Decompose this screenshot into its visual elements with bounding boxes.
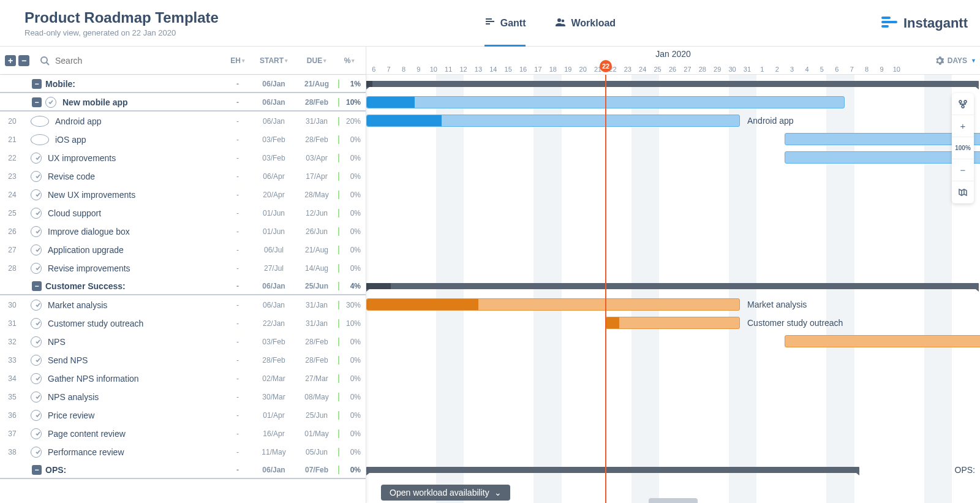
collapse-icon[interactable]: − <box>32 79 42 89</box>
group-bar[interactable] <box>366 467 859 473</box>
group-bar[interactable] <box>366 81 979 87</box>
col-start[interactable]: START▾ <box>252 56 295 65</box>
check-icon[interactable] <box>31 391 42 403</box>
check-icon[interactable] <box>31 189 42 200</box>
task-bar[interactable] <box>366 115 740 127</box>
timeline-day[interactable]: 2 <box>770 66 785 73</box>
task-row[interactable]: 34Gather NPS information-02/Mar27/Mar0% <box>0 369 366 387</box>
workload-pill[interactable]: Open workload availability ⌄ <box>381 485 510 501</box>
check-icon[interactable] <box>31 134 49 145</box>
task-row[interactable]: 38Performance review-11/May05/Jun0% <box>0 442 366 461</box>
timeline-day[interactable]: 4 <box>799 66 814 73</box>
brand[interactable]: Instagantt <box>881 15 968 31</box>
task-row[interactable]: 33Send NPS-28/Feb28/Feb0% <box>0 350 366 369</box>
timeline-day[interactable]: 12 <box>456 66 470 73</box>
task-row[interactable]: 37Page content review-16/Apr01/May0% <box>0 424 366 442</box>
check-icon[interactable] <box>31 171 42 182</box>
check-icon[interactable] <box>45 97 56 108</box>
task-row[interactable]: 27Application upgrade-06/Jul21/Aug0% <box>0 240 366 259</box>
task-row[interactable]: 36Price review-01/Apr25/Jun0% <box>0 406 366 424</box>
zoom-in-button[interactable]: + <box>952 115 974 137</box>
timeline-day[interactable]: 7 <box>845 66 859 73</box>
task-row[interactable]: 28Revise improvements-27/Jul14/Aug0% <box>0 259 366 277</box>
check-icon[interactable] <box>31 116 49 127</box>
task-row[interactable]: 35NPS analysis-30/Mar08/May0% <box>0 387 366 406</box>
task-row[interactable]: 26Improve dialogue box-01/Jun26/Jun0% <box>0 222 366 240</box>
task-bar[interactable] <box>366 298 740 311</box>
collapse-icon[interactable]: − <box>32 281 42 291</box>
gantt-pane[interactable]: Android appMarket analysisCustomer study… <box>366 75 980 503</box>
tab-workload[interactable]: Workload <box>555 0 616 46</box>
col-pct[interactable]: %▾ <box>338 56 366 65</box>
timeline-day[interactable]: 23 <box>620 66 635 73</box>
group-bar[interactable] <box>366 283 979 289</box>
group-row[interactable]: −Customer Success:-06/Jan25/Jun4% <box>0 277 366 295</box>
timeline-day[interactable]: 26 <box>665 66 680 73</box>
group-row[interactable]: −Mobile:-06/Jan21/Aug1% <box>0 75 366 93</box>
check-icon[interactable] <box>31 336 42 347</box>
timeline-day[interactable]: 17 <box>530 66 545 73</box>
timeline-day[interactable]: 10 <box>426 66 441 73</box>
check-icon[interactable] <box>31 226 42 237</box>
check-icon[interactable] <box>31 263 42 274</box>
timeline-day[interactable]: 9 <box>874 66 889 73</box>
timeline-day[interactable]: 29 <box>710 66 725 73</box>
search-input[interactable] <box>51 56 162 66</box>
check-icon[interactable] <box>31 373 42 384</box>
timeline-day[interactable]: 8 <box>859 66 874 73</box>
check-icon[interactable] <box>31 244 42 255</box>
task-bar[interactable] <box>785 151 980 164</box>
timeline-day[interactable]: 19 <box>560 66 575 73</box>
task-row[interactable]: 32NPS-03/Feb28/Feb0% <box>0 332 366 350</box>
task-row[interactable]: 20Android app-06/Jan31/Jan20% <box>0 112 366 130</box>
zoom-out-button[interactable]: − <box>952 159 974 181</box>
check-icon[interactable] <box>31 447 42 458</box>
timeline-day[interactable]: 28 <box>695 66 710 73</box>
timeline-day[interactable]: 20 <box>575 66 590 73</box>
group-row[interactable]: −New mobile app-06/Jan28/Feb10% <box>0 93 366 112</box>
task-row[interactable]: 23Revise code-06/Apr17/Apr0% <box>0 167 366 185</box>
timeline-day[interactable]: 27 <box>680 66 695 73</box>
check-icon[interactable] <box>31 300 42 311</box>
task-row[interactable]: 22UX improvements-03/Feb03/Apr0% <box>0 148 366 167</box>
check-icon[interactable] <box>31 318 42 329</box>
task-row[interactable]: 24New UX improvements-20/Apr28/May0% <box>0 185 366 203</box>
task-bar[interactable] <box>605 317 740 329</box>
minimap-button[interactable] <box>952 181 974 203</box>
collapse-icon[interactable]: − <box>32 97 42 107</box>
timeline-day[interactable]: 16 <box>516 66 530 73</box>
check-icon[interactable] <box>31 153 42 164</box>
task-row[interactable]: 21iOS app-03/Feb28/Feb0% <box>0 130 366 148</box>
timeline-day[interactable]: 9 <box>411 66 426 73</box>
group-row[interactable]: −OPS:-06/Jan07/Feb0% <box>0 461 366 479</box>
check-icon[interactable] <box>31 428 42 439</box>
timeline-day[interactable]: 15 <box>501 66 516 73</box>
timeline-day[interactable]: 18 <box>546 66 560 73</box>
collapse-all-button[interactable]: − <box>18 55 29 66</box>
check-icon[interactable] <box>31 410 42 421</box>
timeline-day[interactable]: 31 <box>740 66 755 73</box>
zoom-reset-button[interactable]: 100% <box>952 137 974 159</box>
check-icon[interactable] <box>31 208 42 219</box>
timeline-day[interactable]: 6 <box>366 66 381 73</box>
timeline-day[interactable]: 1 <box>755 66 769 73</box>
tab-gantt[interactable]: Gantt <box>484 0 526 46</box>
task-row[interactable]: 30Market analysis-06/Jan31/Jan30% <box>0 295 366 314</box>
timeline-day[interactable]: 5 <box>815 66 829 73</box>
collapse-icon[interactable]: − <box>32 465 42 475</box>
task-bar[interactable] <box>785 335 980 347</box>
zoom-unit-button[interactable]: DAYS ▼ <box>935 56 976 65</box>
col-eh[interactable]: EH▾ <box>223 56 252 65</box>
timeline-day[interactable]: 10 <box>889 66 904 73</box>
timeline-day[interactable]: 14 <box>486 66 500 73</box>
dependencies-button[interactable] <box>952 93 974 115</box>
timeline-day[interactable]: 24 <box>635 66 650 73</box>
expand-all-button[interactable]: + <box>5 55 16 66</box>
timeline-day[interactable]: 8 <box>396 66 411 73</box>
timeline-day[interactable]: 3 <box>785 66 799 73</box>
task-row[interactable]: 25Cloud support-01/Jun12/Jun0% <box>0 203 366 222</box>
check-icon[interactable] <box>31 355 42 366</box>
task-row[interactable]: 31Customer study outreach-22/Jan31/Jan10… <box>0 314 366 332</box>
timeline-day[interactable]: 13 <box>471 66 486 73</box>
timeline-day[interactable]: 25 <box>650 66 665 73</box>
